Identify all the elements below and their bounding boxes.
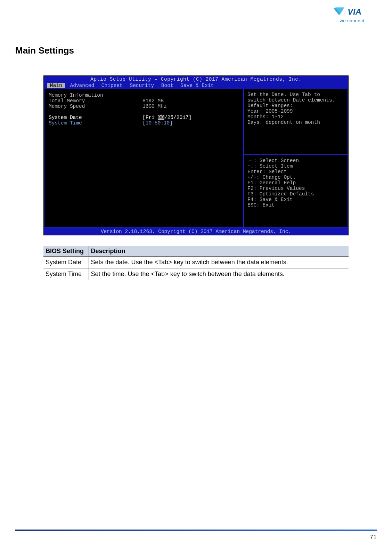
page-title: Main Settings [15, 45, 377, 56]
page-number: 71 [15, 534, 377, 541]
bios-value-total-memory: 8192 MB [142, 98, 164, 104]
help-line: Year: 2005-2099 [247, 108, 344, 114]
help-line: Set the Date. Use Tab to [247, 92, 344, 97]
legend-line: ESC: Exit [247, 202, 344, 208]
help-line: Days: dependent on month [247, 120, 344, 125]
bios-tab-advanced[interactable]: Advanced [68, 83, 97, 88]
bios-tab-bar: Main Advanced Chipset Security Boot Save… [44, 83, 348, 89]
table-row: System Date Sets the date. Use the <Tab>… [43, 257, 349, 268]
logo-tagline: we connect [333, 18, 371, 23]
page-footer: 71 [15, 530, 377, 541]
bios-value-system-date: [Fri 08/25/2017] [142, 115, 191, 120]
bios-key-legend: →←: Select Screen ↑↓: Select Item Enter:… [244, 155, 348, 227]
bios-row-memory-speed: Memory Speed 1600 MHz [49, 104, 239, 109]
legend-line: F4: Save & Exit [247, 197, 344, 202]
bios-tab-boot[interactable]: Boot [159, 83, 175, 88]
bios-row-total-memory: Total Memory 8192 MB [49, 98, 239, 104]
bios-row-system-time[interactable]: System Time [10:50:10] [49, 120, 239, 126]
legend-line: F2: Previous Values [247, 186, 344, 191]
legend-line: F3: Optimized Defaults [247, 191, 344, 197]
svg-text:VIA: VIA [348, 7, 361, 16]
cell-desc: Set the time. Use the <Tab> key to switc… [89, 268, 349, 280]
help-line: Default Ranges: [247, 103, 344, 108]
table-header-description: Description [89, 246, 349, 257]
cell-setting: System Time [43, 268, 89, 280]
legend-line: →←: Select Screen [247, 158, 344, 163]
bios-label-system-date: System Date [49, 115, 142, 120]
legend-line: Enter: Select [247, 169, 344, 175]
bios-value-memory-speed: 1600 MHz [142, 104, 167, 109]
bios-help-panel: Set the Date. Use Tab to switch between … [244, 89, 348, 155]
help-line: switch between Date elements. [247, 97, 344, 103]
cell-setting: System Date [43, 257, 89, 268]
bios-label-total-memory: Total Memory [49, 98, 142, 104]
bios-tab-security[interactable]: Security [128, 83, 156, 88]
bios-main-panel: Memory Information Total Memory 8192 MB … [44, 89, 244, 228]
bios-tab-save-exit[interactable]: Save & Exit [178, 83, 216, 88]
bios-value-system-time: [10:50:10] [142, 120, 173, 126]
bios-footer-bar: Version 2.18.1263. Copyright (C) 2017 Am… [44, 228, 348, 235]
legend-line: +/-: Change Opt. [247, 175, 344, 180]
footer-rule [15, 530, 377, 531]
bios-label-memory-speed: Memory Speed [49, 104, 142, 109]
bios-screenshot: Aptio Setup Utility – Copyright (C) 2017… [43, 75, 349, 235]
table-row: System Time Set the time. Use the <Tab> … [43, 268, 349, 280]
logo-icon: VIA [333, 6, 371, 19]
table-header-setting: BIOS Setting [43, 246, 89, 257]
bios-row-system-date[interactable]: System Date [Fri 08/25/2017] [49, 115, 239, 120]
settings-description-table: BIOS Setting Description System Date Set… [43, 246, 349, 280]
bios-mem-heading: Memory Information [49, 92, 239, 98]
legend-line: F1: General Help [247, 180, 344, 186]
cell-desc: Sets the date. Use the <Tab> key to swit… [89, 257, 349, 268]
bios-label-system-time: System Time [49, 120, 142, 126]
bios-tab-main[interactable]: Main [47, 83, 65, 88]
bios-tab-chipset[interactable]: Chipset [99, 83, 125, 88]
legend-line: ↑↓: Select Item [247, 163, 344, 169]
via-logo: VIA we connect [333, 6, 371, 23]
bios-title-bar: Aptio Setup Utility – Copyright (C) 2017… [44, 76, 348, 83]
help-line: Months: 1-12 [247, 114, 344, 120]
